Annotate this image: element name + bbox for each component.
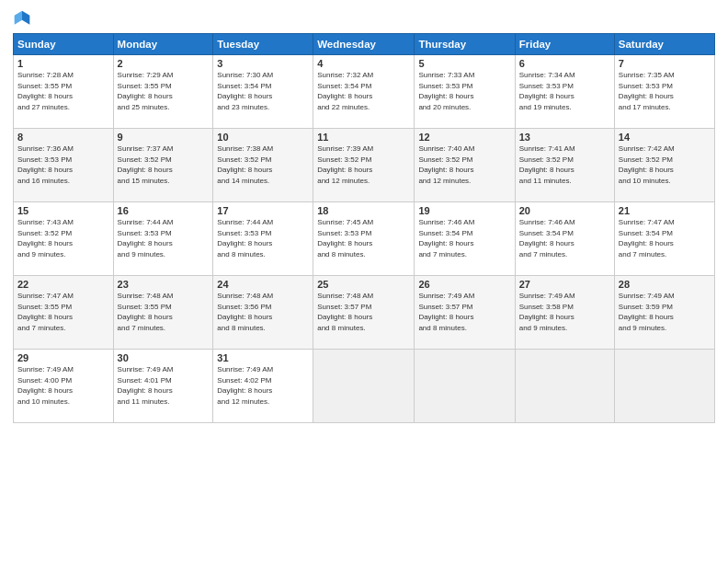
calendar-cell: 20Sunrise: 7:46 AMSunset: 3:54 PMDayligh…	[515, 202, 614, 276]
day-info: Sunrise: 7:46 AMSunset: 3:54 PMDaylight:…	[418, 217, 510, 259]
day-number: 19	[418, 205, 510, 216]
calendar-cell	[515, 350, 614, 423]
calendar-week-4: 22Sunrise: 7:47 AMSunset: 3:55 PMDayligh…	[14, 276, 715, 350]
day-number: 11	[317, 132, 410, 143]
day-info: Sunrise: 7:45 AMSunset: 3:53 PMDaylight:…	[317, 217, 410, 259]
day-number: 8	[17, 132, 109, 143]
day-number: 9	[118, 132, 210, 143]
calendar-cell: 28Sunrise: 7:49 AMSunset: 3:59 PMDayligh…	[614, 276, 714, 350]
day-info: Sunrise: 7:40 AMSunset: 3:52 PMDaylight:…	[418, 144, 510, 186]
calendar-cell: 8Sunrise: 7:36 AMSunset: 3:53 PMDaylight…	[14, 129, 114, 202]
day-info: Sunrise: 7:48 AMSunset: 3:56 PMDaylight:…	[217, 291, 309, 333]
calendar-cell	[415, 350, 515, 423]
day-info: Sunrise: 7:36 AMSunset: 3:53 PMDaylight:…	[17, 144, 109, 186]
calendar-cell	[313, 350, 415, 423]
day-number: 12	[418, 132, 510, 143]
calendar-cell: 9Sunrise: 7:37 AMSunset: 3:52 PMDaylight…	[113, 129, 213, 202]
calendar-cell: 30Sunrise: 7:49 AMSunset: 4:01 PMDayligh…	[113, 350, 213, 423]
day-number: 20	[519, 205, 610, 216]
day-info: Sunrise: 7:49 AMSunset: 3:57 PMDaylight:…	[418, 291, 510, 333]
calendar-cell: 3Sunrise: 7:30 AMSunset: 3:54 PMDaylight…	[213, 55, 313, 129]
day-info: Sunrise: 7:34 AMSunset: 3:53 PMDaylight:…	[519, 70, 610, 112]
day-number: 27	[519, 279, 610, 290]
svg-marker-0	[22, 11, 29, 25]
calendar-header-friday: Friday	[515, 34, 614, 55]
calendar-cell: 27Sunrise: 7:49 AMSunset: 3:58 PMDayligh…	[515, 276, 614, 350]
day-number: 3	[217, 58, 309, 69]
day-info: Sunrise: 7:39 AMSunset: 3:52 PMDaylight:…	[317, 144, 410, 186]
page-header	[13, 9, 715, 28]
day-number: 24	[217, 279, 309, 290]
day-info: Sunrise: 7:49 AMSunset: 4:00 PMDaylight:…	[17, 364, 109, 407]
day-info: Sunrise: 7:38 AMSunset: 3:52 PMDaylight:…	[217, 144, 309, 186]
calendar-header-tuesday: Tuesday	[213, 34, 313, 55]
day-info: Sunrise: 7:37 AMSunset: 3:52 PMDaylight:…	[118, 144, 210, 186]
calendar-cell: 15Sunrise: 7:43 AMSunset: 3:52 PMDayligh…	[14, 202, 114, 276]
calendar-cell: 29Sunrise: 7:49 AMSunset: 4:00 PMDayligh…	[14, 350, 114, 423]
day-number: 7	[619, 58, 711, 69]
calendar-cell: 18Sunrise: 7:45 AMSunset: 3:53 PMDayligh…	[313, 202, 415, 276]
calendar-cell: 7Sunrise: 7:35 AMSunset: 3:53 PMDaylight…	[614, 55, 714, 129]
calendar-cell: 24Sunrise: 7:48 AMSunset: 3:56 PMDayligh…	[213, 276, 313, 350]
day-number: 18	[317, 205, 410, 216]
calendar-week-3: 15Sunrise: 7:43 AMSunset: 3:52 PMDayligh…	[14, 202, 715, 276]
day-number: 4	[317, 58, 410, 69]
calendar-cell: 4Sunrise: 7:32 AMSunset: 3:54 PMDaylight…	[313, 55, 415, 129]
logo	[13, 9, 35, 28]
calendar-cell: 23Sunrise: 7:48 AMSunset: 3:55 PMDayligh…	[113, 276, 213, 350]
calendar-header-saturday: Saturday	[614, 34, 714, 55]
day-number: 29	[17, 352, 109, 363]
day-number: 2	[118, 58, 210, 69]
day-number: 30	[118, 352, 210, 363]
calendar-cell: 1Sunrise: 7:28 AMSunset: 3:55 PMDaylight…	[14, 55, 114, 129]
calendar-cell: 11Sunrise: 7:39 AMSunset: 3:52 PMDayligh…	[313, 129, 415, 202]
day-number: 10	[217, 132, 309, 143]
day-info: Sunrise: 7:33 AMSunset: 3:53 PMDaylight:…	[418, 70, 510, 112]
day-info: Sunrise: 7:46 AMSunset: 3:54 PMDaylight:…	[519, 217, 610, 259]
calendar-cell: 2Sunrise: 7:29 AMSunset: 3:55 PMDaylight…	[113, 55, 213, 129]
day-info: Sunrise: 7:44 AMSunset: 3:53 PMDaylight:…	[217, 217, 309, 259]
calendar-cell: 10Sunrise: 7:38 AMSunset: 3:52 PMDayligh…	[213, 129, 313, 202]
calendar-header-monday: Monday	[113, 34, 213, 55]
day-info: Sunrise: 7:49 AMSunset: 4:01 PMDaylight:…	[118, 364, 210, 407]
page-container: SundayMondayTuesdayWednesdayThursdayFrid…	[0, 0, 728, 563]
day-info: Sunrise: 7:30 AMSunset: 3:54 PMDaylight:…	[217, 70, 309, 112]
day-info: Sunrise: 7:29 AMSunset: 3:55 PMDaylight:…	[118, 70, 210, 112]
calendar-cell	[614, 350, 714, 423]
day-info: Sunrise: 7:49 AMSunset: 3:58 PMDaylight:…	[519, 291, 610, 333]
calendar-week-1: 1Sunrise: 7:28 AMSunset: 3:55 PMDaylight…	[14, 55, 715, 129]
calendar-header-thursday: Thursday	[415, 34, 515, 55]
day-number: 28	[619, 279, 711, 290]
calendar-cell: 13Sunrise: 7:41 AMSunset: 3:52 PMDayligh…	[515, 129, 614, 202]
calendar-cell: 14Sunrise: 7:42 AMSunset: 3:52 PMDayligh…	[614, 129, 714, 202]
calendar-cell: 25Sunrise: 7:48 AMSunset: 3:57 PMDayligh…	[313, 276, 415, 350]
day-number: 15	[17, 205, 109, 216]
day-info: Sunrise: 7:28 AMSunset: 3:55 PMDaylight:…	[17, 70, 109, 112]
day-info: Sunrise: 7:44 AMSunset: 3:53 PMDaylight:…	[118, 217, 210, 259]
day-info: Sunrise: 7:42 AMSunset: 3:52 PMDaylight:…	[619, 144, 711, 186]
calendar-cell: 31Sunrise: 7:49 AMSunset: 4:02 PMDayligh…	[213, 350, 313, 423]
calendar-cell: 16Sunrise: 7:44 AMSunset: 3:53 PMDayligh…	[113, 202, 213, 276]
day-number: 23	[118, 279, 210, 290]
calendar-header-sunday: Sunday	[14, 34, 114, 55]
calendar-header-row: SundayMondayTuesdayWednesdayThursdayFrid…	[14, 34, 715, 55]
calendar-cell: 21Sunrise: 7:47 AMSunset: 3:54 PMDayligh…	[614, 202, 714, 276]
day-info: Sunrise: 7:49 AMSunset: 3:59 PMDaylight:…	[619, 291, 711, 333]
day-info: Sunrise: 7:41 AMSunset: 3:52 PMDaylight:…	[519, 144, 610, 186]
calendar-cell: 19Sunrise: 7:46 AMSunset: 3:54 PMDayligh…	[415, 202, 515, 276]
day-info: Sunrise: 7:47 AMSunset: 3:55 PMDaylight:…	[17, 291, 109, 333]
day-number: 21	[619, 205, 711, 216]
day-info: Sunrise: 7:49 AMSunset: 4:02 PMDaylight:…	[217, 364, 309, 407]
calendar-week-2: 8Sunrise: 7:36 AMSunset: 3:53 PMDaylight…	[14, 129, 715, 202]
day-number: 6	[519, 58, 610, 69]
day-info: Sunrise: 7:35 AMSunset: 3:53 PMDaylight:…	[619, 70, 711, 112]
calendar-cell: 5Sunrise: 7:33 AMSunset: 3:53 PMDaylight…	[415, 55, 515, 129]
logo-icon	[13, 9, 31, 28]
calendar-cell: 26Sunrise: 7:49 AMSunset: 3:57 PMDayligh…	[415, 276, 515, 350]
day-number: 5	[418, 58, 510, 69]
day-number: 25	[317, 279, 410, 290]
day-info: Sunrise: 7:32 AMSunset: 3:54 PMDaylight:…	[317, 70, 410, 112]
day-info: Sunrise: 7:48 AMSunset: 3:57 PMDaylight:…	[317, 291, 410, 333]
calendar-header-wednesday: Wednesday	[313, 34, 415, 55]
calendar-table: SundayMondayTuesdayWednesdayThursdayFrid…	[13, 33, 715, 423]
